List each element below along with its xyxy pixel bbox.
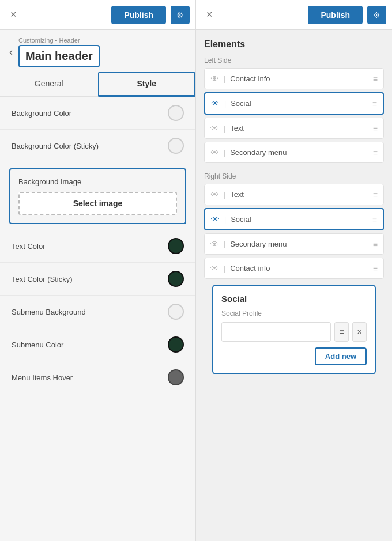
setting-submenu-background: Submenu Background	[0, 296, 195, 328]
left-side-label: Left Side	[204, 56, 384, 65]
separator: |	[224, 75, 225, 83]
social-profile-label: Social Profile	[221, 309, 367, 317]
elements-panel: Elements Left Side 👁 | Contact info ≡ 👁 …	[196, 30, 392, 541]
list-item: 👁 | Contact info ≡	[204, 258, 384, 279]
eye-icon[interactable]: 👁	[210, 74, 219, 84]
left-top-bar: × Publish ⚙	[0, 0, 195, 30]
social-profile-input[interactable]	[221, 322, 331, 342]
drag-handle-icon[interactable]: ≡	[372, 99, 377, 108]
setting-background-color-sticky: Background Color (Sticky)	[0, 130, 195, 162]
left-close-button[interactable]: ×	[6, 6, 21, 23]
eye-icon[interactable]: 👁	[211, 99, 220, 108]
social-panel-title: Social	[221, 294, 367, 304]
add-new-button[interactable]: Add new	[315, 347, 367, 365]
element-name: Social	[231, 99, 368, 108]
separator: |	[224, 191, 225, 199]
right-side-label: Right Side	[204, 172, 384, 180]
drag-handle-icon[interactable]: ≡	[372, 215, 377, 224]
submenu-color-swatch[interactable]	[168, 336, 184, 353]
element-name: Secondary menu	[230, 240, 368, 248]
text-color-sticky-swatch[interactable]	[168, 271, 184, 287]
drag-handle-icon[interactable]: ≡	[373, 264, 378, 273]
drag-handle-icon[interactable]: ≡	[373, 124, 378, 133]
drag-handle-icon[interactable]: ≡	[373, 190, 378, 199]
eye-icon[interactable]: 👁	[210, 239, 219, 249]
element-name: Secondary menu	[230, 148, 368, 157]
list-item: 👁 | Social ≡	[204, 92, 384, 115]
right-top-bar: × Publish ⚙	[196, 0, 392, 30]
left-panel: × Publish ⚙ ‹ Customizing • Header Main …	[0, 0, 196, 541]
select-image-button[interactable]: Select image	[18, 192, 177, 215]
background-color-sticky-swatch[interactable]	[168, 138, 184, 154]
eye-icon[interactable]: 👁	[211, 214, 220, 224]
social-menu-button[interactable]: ≡	[334, 322, 349, 342]
separator: |	[224, 215, 226, 224]
submenu-color-label: Submenu Color	[12, 341, 63, 349]
list-item: 👁 | Secondary menu ≡	[204, 233, 384, 255]
drag-handle-icon[interactable]: ≡	[373, 148, 378, 157]
background-image-label: Background Image	[18, 177, 177, 186]
eye-icon[interactable]: 👁	[210, 190, 219, 199]
back-arrow-button[interactable]: ‹	[9, 46, 13, 58]
element-name: Text	[230, 190, 368, 199]
element-name: Contact info	[230, 264, 368, 273]
header-title: Main header	[18, 45, 100, 67]
background-color-label: Background Color	[12, 109, 71, 118]
breadcrumb-content: Customizing • Header Main header	[18, 37, 100, 67]
right-panel: × Publish ⚙ Elements Left Side 👁 | Conta…	[196, 0, 392, 541]
separator: |	[224, 100, 226, 108]
element-name: Social	[231, 215, 368, 224]
tabs-row: General Style	[0, 72, 195, 97]
list-item: 👁 | Social ≡	[204, 208, 384, 230]
menu-items-hover-label: Menu Items Hover	[12, 373, 73, 382]
setting-submenu-color: Submenu Color	[0, 328, 195, 361]
elements-title: Elements	[204, 39, 384, 50]
list-item: 👁 | Secondary menu ≡	[204, 142, 384, 163]
social-remove-button[interactable]: ×	[352, 322, 367, 342]
breadcrumb-area: ‹ Customizing • Header Main header	[0, 30, 195, 72]
background-color-sticky-label: Background Color (Sticky)	[12, 142, 99, 150]
left-gear-button[interactable]: ⚙	[171, 6, 190, 24]
breadcrumb: Customizing • Header	[18, 37, 100, 44]
text-color-label: Text Color	[12, 242, 46, 251]
submenu-background-swatch[interactable]	[168, 304, 184, 320]
settings-list: Background Color Background Color (Stick…	[0, 97, 195, 541]
list-item: 👁 | Contact info ≡	[204, 68, 384, 89]
separator: |	[224, 264, 225, 273]
setting-text-color: Text Color	[0, 230, 195, 263]
eye-icon[interactable]: 👁	[210, 147, 219, 157]
social-input-row: ≡ ×	[221, 322, 367, 342]
social-panel: Social Social Profile ≡ × Add new	[212, 285, 376, 374]
drag-handle-icon[interactable]: ≡	[373, 240, 378, 249]
drag-handle-icon[interactable]: ≡	[373, 74, 378, 84]
list-item: 👁 | Text ≡	[204, 184, 384, 205]
right-gear-button[interactable]: ⚙	[367, 6, 386, 24]
text-color-sticky-label: Text Color (Sticky)	[12, 275, 72, 283]
right-publish-button[interactable]: Publish	[308, 6, 363, 24]
eye-icon[interactable]: 👁	[210, 123, 219, 133]
menu-items-hover-swatch[interactable]	[168, 369, 184, 385]
setting-menu-items-hover: Menu Items Hover	[0, 361, 195, 394]
setting-text-color-sticky: Text Color (Sticky)	[0, 263, 195, 296]
eye-icon[interactable]: 👁	[210, 263, 219, 273]
right-close-button[interactable]: ×	[202, 6, 217, 23]
setting-background-color: Background Color	[0, 97, 195, 130]
tab-style[interactable]: Style	[98, 72, 196, 97]
left-publish-button[interactable]: Publish	[111, 6, 166, 24]
separator: |	[224, 240, 225, 248]
tab-general[interactable]: General	[0, 72, 98, 97]
element-name: Text	[230, 124, 368, 133]
background-color-swatch[interactable]	[168, 105, 184, 121]
submenu-background-label: Submenu Background	[12, 308, 86, 316]
text-color-swatch[interactable]	[168, 238, 184, 254]
element-name: Contact info	[230, 74, 368, 83]
background-image-section: Background Image Select image	[9, 168, 186, 224]
list-item: 👁 | Text ≡	[204, 118, 384, 139]
separator: |	[224, 149, 225, 157]
separator: |	[224, 124, 225, 133]
